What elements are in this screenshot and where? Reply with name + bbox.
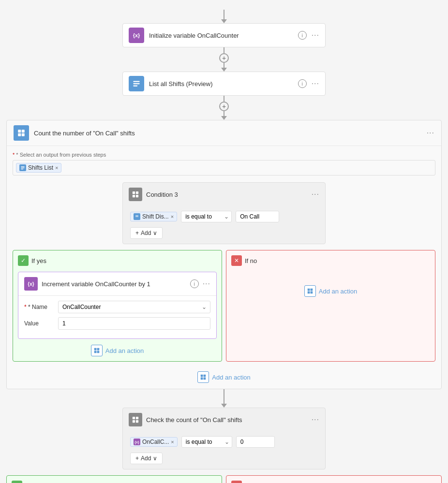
check-count-title: Check the count of "On Call" shifts — [146, 416, 312, 424]
shifts-list-token-input[interactable]: Shifts List × — [13, 160, 435, 176]
svg-rect-28 — [133, 417, 135, 419]
token-shifts-icon — [19, 164, 26, 171]
check-count-header[interactable]: Check the count of "On Call" shifts ··· — [123, 408, 325, 431]
svg-rect-1 — [133, 83, 140, 84]
check-count-operator[interactable]: is equal to is not equal to — [181, 436, 232, 448]
token-icon-svg — [20, 165, 25, 170]
condition3-token-svg — [135, 215, 139, 219]
top-connector — [221, 10, 227, 23]
count-foreach-block: Count the number of "On Call" shifts ···… — [6, 120, 442, 389]
condition3-operator-select[interactable]: is equal to is not equal to contains — [181, 211, 232, 222]
foreach-add-icon — [197, 371, 209, 383]
list-shifts-block[interactable]: List all Shifts (Preview) i ··· — [122, 72, 326, 96]
check-count-token-close[interactable]: × — [171, 439, 174, 445]
condition-icon-svg — [132, 191, 139, 198]
svg-rect-18 — [94, 351, 96, 353]
connector-1: + — [219, 47, 229, 72]
value-label: Value — [24, 320, 53, 327]
value-input[interactable] — [58, 317, 210, 330]
check-count-left-token: {x} OnCallC... × — [130, 437, 178, 447]
if-no-label-1: If no — [245, 257, 257, 264]
increment-more[interactable]: ··· — [203, 279, 210, 288]
if-no-add-action-1[interactable]: Add an action — [231, 285, 430, 297]
svg-rect-10 — [133, 191, 135, 194]
svg-rect-4 — [22, 130, 25, 132]
check-count-container: Check the count of "On Call" shifts ··· … — [122, 408, 326, 469]
check-count-icon-svg — [132, 416, 139, 423]
if-no-panel-1: ✕ If no — [226, 250, 435, 362]
svg-rect-2 — [133, 85, 137, 86]
count-foreach-more[interactable]: ··· — [427, 129, 434, 137]
shifts-list-token-label: Shifts List — [28, 164, 53, 171]
shifts-icon-svg — [132, 79, 141, 88]
add-action-svg-no — [307, 288, 314, 294]
if-yes-badge-1: ✓ — [18, 255, 29, 266]
plus-btn-2[interactable]: + — [219, 102, 229, 111]
if-panels-1: ✓ If yes {x} Increment variable OnCallCo… — [13, 250, 435, 362]
condition3-left-token: Shift Dis... × — [130, 212, 177, 221]
init-variable-title: Initialize variable OnCallCounter — [149, 32, 293, 39]
check-count-token-label: OnCallC... — [142, 439, 169, 445]
condition3-add-btn[interactable]: + Add ∨ — [130, 227, 163, 239]
increment-icon-text: {x} — [28, 281, 34, 287]
condition3-title: Condition 3 — [146, 191, 312, 198]
svg-rect-19 — [97, 351, 99, 353]
svg-rect-31 — [136, 420, 138, 423]
count-foreach-header[interactable]: Count the number of "On Call" shifts ··· — [7, 120, 441, 146]
variable-icon-text: {x} — [133, 32, 140, 38]
svg-rect-25 — [204, 375, 206, 377]
if-no-add-action-text-1: Add an action — [319, 288, 358, 295]
svg-rect-26 — [201, 378, 203, 380]
svg-rect-0 — [133, 81, 140, 82]
svg-rect-30 — [133, 420, 135, 423]
svg-rect-29 — [136, 417, 138, 419]
foreach-add-action-text: Add an action — [212, 374, 251, 381]
connector-2: + — [219, 96, 229, 120]
name-label: * Name — [24, 304, 53, 310]
svg-rect-20 — [307, 289, 310, 291]
list-shifts-info[interactable]: i — [298, 79, 307, 88]
svg-rect-5 — [18, 133, 21, 136]
condition3-block: Condition 3 ··· — [122, 182, 326, 244]
check-count-chevron: ∨ — [153, 455, 157, 462]
increment-info[interactable]: i — [190, 279, 199, 288]
if-yes-add-action-1[interactable]: Add an action — [18, 345, 217, 356]
condition3-right-input[interactable] — [236, 211, 279, 222]
condition3-more[interactable]: ··· — [312, 190, 319, 199]
add-action-svg — [93, 347, 100, 354]
shifts-list-token: Shifts List × — [16, 163, 61, 173]
token-close-btn[interactable]: × — [55, 165, 58, 171]
condition3-token-close[interactable]: × — [171, 214, 174, 220]
bottom-if-no-panel: ✕ If no Apply to each 4 — [226, 475, 442, 483]
svg-rect-3 — [18, 130, 21, 132]
connector-3 — [221, 389, 227, 408]
condition3-left-value: Shift Dis... — [142, 213, 169, 220]
check-count-more[interactable]: ··· — [312, 415, 319, 424]
plus-btn-1[interactable]: + — [219, 53, 229, 63]
list-shifts-title: List all Shifts (Preview) — [149, 80, 293, 88]
list-shifts-more[interactable]: ··· — [312, 79, 319, 88]
if-no-badge-1: ✕ — [231, 255, 242, 266]
svg-rect-14 — [135, 216, 138, 216]
foreach-bottom-add-action[interactable]: Add an action — [13, 371, 435, 383]
svg-rect-15 — [135, 217, 138, 217]
svg-rect-21 — [310, 289, 313, 291]
init-variable-block[interactable]: {x} Initialize variable OnCallCounter i … — [122, 23, 326, 47]
increment-title: Increment variable OnCallCounter by 1 — [42, 280, 190, 288]
if-yes-label-1: If yes — [31, 257, 46, 264]
add-icon: + — [135, 230, 139, 236]
bottom-if-no-badge: ✕ — [231, 481, 242, 483]
condition3-header[interactable]: Condition 3 ··· — [123, 183, 325, 206]
add-action-icon-1 — [91, 345, 103, 356]
variable-icon: {x} — [129, 28, 144, 43]
select-output-label: * * Select an output from previous steps — [13, 152, 435, 158]
bottom-if-yes-badge: ✓ — [12, 481, 22, 483]
increment-header[interactable]: {x} Increment variable OnCallCounter by … — [18, 272, 216, 296]
init-variable-info[interactable]: i — [298, 31, 307, 40]
init-variable-more[interactable]: ··· — [312, 31, 319, 40]
check-count-right-input[interactable] — [236, 436, 275, 448]
name-select[interactable]: OnCallCounter — [58, 301, 210, 313]
condition3-token-icon — [134, 213, 140, 220]
check-count-add-btn[interactable]: + Add ∨ — [130, 453, 163, 464]
bottom-if-yes-panel: ✓ If yes Send email to say no one is on … — [6, 475, 222, 483]
